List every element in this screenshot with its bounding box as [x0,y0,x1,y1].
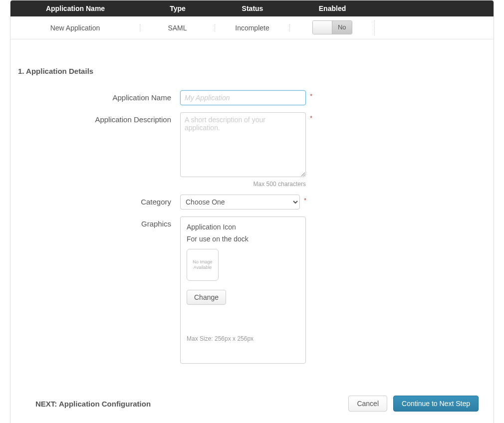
graphics-max-size: Max Size: 256px x 256px [187,335,253,342]
cell-type: SAML [140,24,215,32]
section-title: 1. Application Details [18,67,484,75]
label-app-desc: Application Description [20,112,180,188]
row-category: Category Choose One * [20,195,484,210]
application-details-section: 1. Application Details Application Name … [10,39,494,386]
continue-button[interactable]: Continue to Next Step [393,396,479,412]
enabled-toggle[interactable]: No [312,20,352,34]
desc-helper: Max 500 characters [180,181,306,188]
table-row: New Application SAML Incomplete No [10,16,494,39]
select-category[interactable]: Choose One [180,195,300,210]
cell-app-name: New Application [10,24,140,32]
input-app-desc[interactable] [180,112,306,177]
cancel-button[interactable]: Cancel [348,396,387,412]
footer: NEXT: Application Configuration Cancel C… [10,386,494,423]
header-status: Status [215,4,290,12]
application-panel: Application Name Type Status Enabled New… [10,0,494,423]
change-image-button[interactable]: Change [187,290,226,305]
cell-enabled: No [290,20,375,35]
row-app-name: Application Name * [20,90,484,105]
toggle-no-label: No [332,21,352,34]
cell-status: Incomplete [215,24,290,32]
required-marker: * [304,197,306,204]
table-header-row: Application Name Type Status Enabled [10,0,494,16]
graphics-box: Application Icon For use on the dock No … [180,216,306,364]
required-marker: * [310,114,312,122]
label-category: Category [20,195,180,210]
header-enabled: Enabled [290,4,375,12]
label-graphics: Graphics [20,216,180,364]
image-placeholder: No Image Available [187,249,219,281]
row-app-desc: Application Description * Max 500 charac… [20,112,484,188]
header-app-name: Application Name [10,4,140,12]
label-app-name: Application Name [20,90,180,105]
input-app-name[interactable] [180,90,306,105]
next-step-label: NEXT: Application Configuration [35,400,348,408]
graphics-subtitle: For use on the dock [187,235,299,243]
toggle-off-side [313,21,333,34]
header-type: Type [140,4,215,12]
required-marker: * [310,92,312,100]
row-graphics: Graphics Application Icon For use on the… [20,216,484,364]
graphics-title: Application Icon [187,223,299,231]
